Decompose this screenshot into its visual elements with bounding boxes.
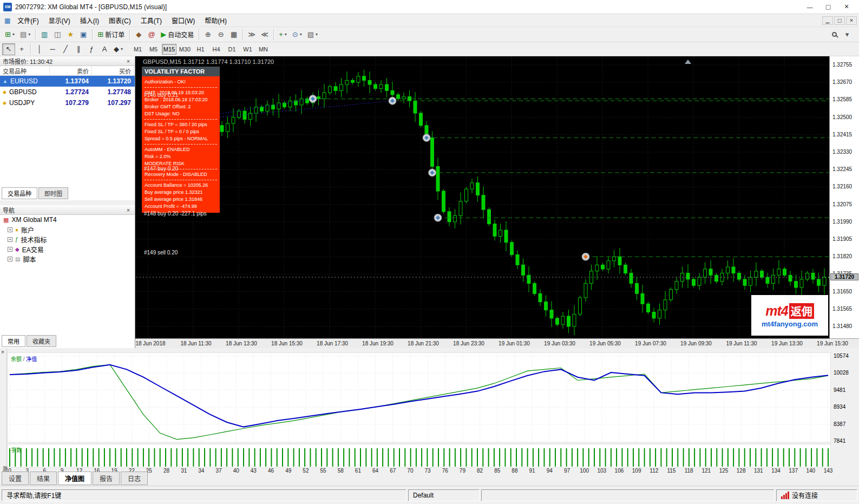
tester-tab-2[interactable]: 结果 bbox=[30, 472, 57, 485]
periods-button[interactable]: ⊙▾ bbox=[290, 29, 305, 41]
timeframe-m1[interactable]: M1 bbox=[130, 44, 145, 55]
fibonacci-tool[interactable]: ƒ bbox=[85, 43, 98, 55]
navigator-tab-1[interactable]: 常用 bbox=[2, 335, 25, 347]
templates-button-dropdown[interactable]: ▾ bbox=[316, 32, 318, 37]
menu-item-7[interactable]: 帮助(H) bbox=[200, 14, 232, 27]
market-watch-toggle[interactable]: ▥ bbox=[38, 29, 51, 41]
tester-tab-1[interactable]: 设置 bbox=[2, 472, 29, 485]
expand-icon[interactable]: + bbox=[8, 237, 12, 242]
ea-overlay-title: VOLATILITY FACTOR bbox=[142, 67, 220, 76]
expand-icon[interactable]: + bbox=[8, 247, 12, 252]
timeframe-h1[interactable]: H1 bbox=[193, 44, 208, 55]
zoom-in-button[interactable]: ⊕ bbox=[201, 29, 214, 41]
horizontal-line-tool[interactable]: ─ bbox=[46, 43, 59, 55]
timeframe-m30[interactable]: M30 bbox=[178, 44, 192, 55]
new-chart-button-dropdown[interactable]: ▾ bbox=[12, 32, 15, 37]
tester-tab-4[interactable]: 报告 bbox=[93, 472, 120, 485]
new-chart-button[interactable]: ⊞▾ bbox=[2, 29, 17, 41]
maximize-button[interactable]: ▢ bbox=[819, 1, 837, 13]
arrows-tool-dropdown[interactable]: ▾ bbox=[121, 47, 123, 51]
status-connection[interactable]: 没有连接 bbox=[776, 489, 857, 501]
menu-item-1[interactable]: 文件(F) bbox=[12, 14, 43, 27]
market-watch-row-eurusd[interactable]: ▲EURUSD1.137041.13720 bbox=[0, 76, 135, 87]
overlay-divider bbox=[145, 180, 217, 180]
tester-x-label: 70 bbox=[403, 468, 417, 474]
zoom-out-button[interactable]: ⊖ bbox=[214, 29, 227, 41]
menu-item-3[interactable]: 插入(I) bbox=[75, 14, 104, 27]
arrows-tool[interactable]: ◆▾ bbox=[111, 43, 126, 55]
search-icon[interactable] bbox=[828, 29, 841, 41]
time-axis[interactable]: 18 Jun 201818 Jun 11:3018 Jun 13:3018 Ju… bbox=[135, 338, 859, 348]
tester-tab-3[interactable]: 净值图 bbox=[58, 472, 91, 485]
tile-windows-button[interactable]: ▦ bbox=[227, 29, 240, 41]
profiles-button-dropdown[interactable]: ▾ bbox=[28, 32, 30, 37]
timeframe-m5[interactable]: M5 bbox=[146, 44, 161, 55]
trendline-tool[interactable]: ╱ bbox=[59, 43, 72, 55]
expand-icon[interactable]: + bbox=[8, 257, 12, 261]
minimize-button[interactable]: — bbox=[801, 1, 819, 13]
menu-item-4[interactable]: 图表(C) bbox=[104, 14, 136, 27]
child-restore-button[interactable]: ▢ bbox=[834, 16, 845, 25]
navigator-root[interactable]: ▦XM Global MT4 bbox=[0, 215, 135, 225]
lots-label: 手数 bbox=[11, 446, 22, 454]
expert-properties-button[interactable]: ◆ bbox=[132, 29, 145, 41]
tester-x-label: 85 bbox=[490, 468, 504, 474]
text-tool[interactable]: A bbox=[98, 43, 111, 55]
trade-label-1: #146 buy 0.21 bbox=[144, 92, 178, 98]
market-watch-row-usdjpy[interactable]: ◆USDJPY107.279107.297 bbox=[0, 97, 135, 108]
child-minimize-button[interactable]: ▁ bbox=[822, 16, 833, 25]
chart-window[interactable]: GBPUSD,M15 1.31712 1.31774 1.31710 1.317… bbox=[135, 56, 859, 348]
child-close-button[interactable]: ✕ bbox=[846, 16, 857, 25]
navigator-item-accounts[interactable]: +●账户 bbox=[0, 225, 135, 234]
indicators-button[interactable]: +▾ bbox=[276, 29, 290, 41]
menu-items: 文件(F)显示(V)插入(I)图表(C)工具(T)窗口(W)帮助(H) bbox=[12, 14, 232, 27]
timeframe-w1[interactable]: W1 bbox=[240, 44, 255, 55]
crosshair-tool[interactable]: + bbox=[15, 43, 28, 55]
navigator-close-icon[interactable]: × bbox=[124, 207, 132, 213]
navigator-item-indicators[interactable]: +ƒ技术指标 bbox=[0, 234, 135, 244]
price-scale[interactable]: 1.31720 1.327551.326701.325851.325001.32… bbox=[829, 56, 859, 338]
terminal-toggle[interactable]: ▣ bbox=[77, 29, 90, 41]
toolbar-separator bbox=[273, 29, 274, 40]
navigator-item-scripts[interactable]: +▤脚本 bbox=[0, 254, 135, 264]
chart-shift-toggle[interactable]: ≪ bbox=[258, 29, 271, 41]
candlestick-chart[interactable] bbox=[136, 56, 829, 338]
tester-close-icon[interactable]: × bbox=[1, 349, 4, 355]
cursor-tool[interactable]: ↖ bbox=[2, 43, 15, 55]
navigator-item-expert-advisors[interactable]: +◆EA交易 bbox=[0, 244, 135, 254]
market-watch-columns: 交易品种卖价买价 bbox=[0, 66, 135, 76]
templates-button[interactable]: ▧▾ bbox=[305, 29, 320, 41]
tester-tab-5[interactable]: 日志 bbox=[121, 472, 148, 485]
new-order-button[interactable]: ⊞新订单 bbox=[95, 29, 127, 41]
overlay-divider bbox=[145, 144, 217, 145]
status-profile[interactable]: Default bbox=[408, 489, 480, 501]
timeframe-d1[interactable]: D1 bbox=[225, 44, 239, 55]
indicators-button-dropdown[interactable]: ▾ bbox=[285, 32, 287, 37]
channel-tool[interactable]: ∥ bbox=[72, 43, 85, 55]
menu-item-5[interactable]: 工具(T) bbox=[136, 14, 167, 27]
menu-item-6[interactable]: 窗口(W) bbox=[167, 14, 200, 27]
autotrading-button[interactable]: ▶自动交易 bbox=[158, 29, 196, 41]
market-watch-column-1: 交易品种 bbox=[0, 66, 50, 75]
market-watch-tab-1[interactable]: 交易品种 bbox=[2, 187, 37, 199]
timeframe-mn[interactable]: MN bbox=[256, 44, 271, 55]
market-watch-tab-2[interactable]: 即时图 bbox=[38, 187, 68, 199]
timeframe-m15[interactable]: M15 bbox=[162, 44, 176, 55]
menu-item-2[interactable]: 显示(V) bbox=[44, 14, 75, 27]
auto-scroll-toggle[interactable]: ≫ bbox=[245, 29, 258, 41]
tester-y-axis: 10574100289481893483877841 bbox=[832, 348, 859, 470]
mql-community-button[interactable]: @ bbox=[145, 29, 158, 41]
timeframe-h4[interactable]: H4 bbox=[209, 44, 224, 55]
close-button[interactable]: ✕ bbox=[837, 1, 856, 13]
quick-panel-icon[interactable]: ▾ bbox=[841, 29, 854, 41]
chart-menu-icon[interactable]: ▦ bbox=[4, 17, 10, 24]
periods-button-dropdown[interactable]: ▾ bbox=[300, 32, 302, 37]
data-window-toggle[interactable]: ◫ bbox=[51, 29, 64, 41]
profiles-button[interactable]: ▤▾ bbox=[17, 29, 33, 41]
expand-icon[interactable]: + bbox=[8, 227, 12, 232]
market-watch-row-gbpusd[interactable]: ◆GBPUSD1.277241.27748 bbox=[0, 87, 135, 97]
navigator-toggle[interactable]: ★ bbox=[64, 29, 77, 41]
market-watch-close-icon[interactable]: × bbox=[124, 58, 132, 64]
navigator-tab-2[interactable]: 收藏夹 bbox=[27, 335, 56, 347]
vertical-line-tool[interactable]: │ bbox=[33, 43, 46, 55]
